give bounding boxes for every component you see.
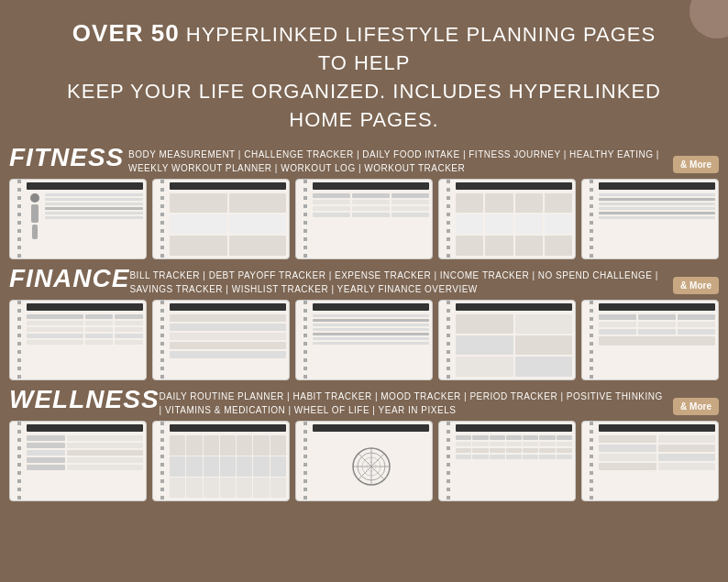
thumb-header [599, 303, 715, 311]
thumb-header [599, 424, 715, 432]
finance-thumb-3 [295, 300, 433, 380]
header-line2: KEEP YOUR LIFE ORGANIZED. INCLUDES HYPER… [67, 80, 661, 131]
fitness-more-badge[interactable]: & More [673, 156, 719, 173]
wellness-thumb-4 [438, 421, 576, 501]
wellness-title: WELLNESS [9, 386, 160, 414]
fitness-thumb-1 [9, 179, 147, 259]
wellness-thumb-1 [9, 421, 147, 501]
finance-more-badge[interactable]: & More [673, 277, 719, 294]
thumb-header [456, 303, 572, 311]
thumb-header [456, 424, 572, 432]
thumb-header [313, 182, 429, 190]
header: OVER 50 HYPERLINKED LIFESTYLE PLANNING P… [0, 0, 728, 144]
finance-pages-row [9, 300, 719, 380]
thumb-header [313, 424, 429, 432]
fitness-thumb-2 [152, 179, 290, 259]
finance-thumb-5 [581, 300, 719, 380]
thumb-header [170, 424, 286, 432]
finance-thumb-2 [152, 300, 290, 380]
fitness-thumb-4 [438, 179, 576, 259]
fitness-section-top: FITNESS BODY MEASUREMENT | CHALLENGE TRA… [9, 144, 719, 175]
wellness-subtitle: DAILY ROUTINE PLANNER | HABIT TRACKER | … [160, 386, 667, 417]
header-bold: OVER 50 [72, 19, 180, 47]
thumb-header [170, 303, 286, 311]
thumb-header [313, 303, 429, 311]
wellness-thumb-5 [581, 421, 719, 501]
header-title: OVER 50 HYPERLINKED LIFESTYLE PLANNING P… [55, 16, 673, 135]
wellness-section: WELLNESS DAILY ROUTINE PLANNER | HABIT T… [9, 386, 719, 501]
fitness-thumb-3 [295, 179, 433, 259]
wellness-section-top: WELLNESS DAILY ROUTINE PLANNER | HABIT T… [9, 386, 719, 417]
fitness-pages-row [9, 179, 719, 259]
thumb-header [27, 182, 143, 190]
thumb-header [456, 182, 572, 190]
header-line1-rest: HYPERLINKED LIFESTYLE PLANNING PAGES TO … [180, 23, 656, 74]
wellness-pages-row [9, 421, 719, 501]
fitness-title: FITNESS [9, 144, 128, 172]
fitness-section: FITNESS BODY MEASUREMENT | CHALLENGE TRA… [9, 144, 719, 259]
finance-section: FINANCE BILL TRACKER | DEBT PAYOFF TRACK… [9, 265, 719, 380]
thumb-header [27, 303, 143, 311]
fitness-subtitle: BODY MEASUREMENT | CHALLENGE TRACKER | D… [128, 144, 666, 175]
thumb-header [170, 182, 286, 190]
wellness-thumb-3 [295, 421, 433, 501]
wellness-thumb-2 [152, 421, 290, 501]
finance-section-top: FINANCE BILL TRACKER | DEBT PAYOFF TRACK… [9, 265, 719, 296]
thumb-header [599, 182, 715, 190]
finance-thumb-4 [438, 300, 576, 380]
finance-thumb-1 [9, 300, 147, 380]
fitness-thumb-5 [581, 179, 719, 259]
thumb-header [27, 424, 143, 432]
finance-subtitle: BILL TRACKER | DEBT PAYOFF TRACKER | EXP… [129, 265, 666, 296]
wellness-more-badge[interactable]: & More [673, 398, 719, 415]
finance-title: FINANCE [9, 265, 129, 293]
